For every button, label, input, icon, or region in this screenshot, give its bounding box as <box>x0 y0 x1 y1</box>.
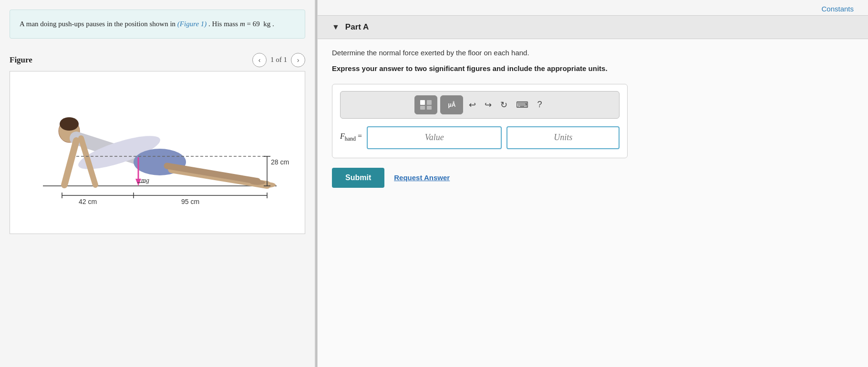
refresh-button[interactable]: ↻ <box>497 98 510 112</box>
action-row: Submit Request Answer <box>332 168 854 188</box>
figure-image-area: mg 28 cm 42 cm 95 cm <box>10 71 305 234</box>
greek-button[interactable]: μÅ <box>440 95 463 114</box>
value-input[interactable] <box>367 126 502 149</box>
f-label: Fhand = <box>340 132 362 143</box>
prev-figure-button[interactable]: ‹ <box>252 53 267 67</box>
svg-rect-30 <box>420 106 425 110</box>
figure-header: Figure ‹ 1 of 1 › <box>10 53 305 71</box>
figure-nav: ‹ 1 of 1 › <box>252 53 305 67</box>
mass-equals: = 69 <box>247 20 260 28</box>
equals-sign: = <box>358 132 362 140</box>
request-answer-link[interactable]: Request Answer <box>394 173 450 182</box>
svg-rect-29 <box>427 100 432 105</box>
input-row: Fhand = <box>340 126 620 149</box>
undo-button[interactable]: ↩ <box>466 98 479 112</box>
right-panel: Constants ▼ Part A Determine the normal … <box>318 0 868 367</box>
constants-bar: Constants <box>318 0 868 15</box>
mass-unit: kg <box>263 20 270 28</box>
constants-link[interactable]: Constants <box>821 5 854 13</box>
svg-rect-28 <box>420 100 425 105</box>
part-arrow-icon[interactable]: ▼ <box>332 23 340 31</box>
help-button[interactable]: ? <box>534 98 545 112</box>
mass-variable: m <box>240 20 245 28</box>
matrix-icon <box>419 99 433 111</box>
svg-point-11 <box>250 180 265 185</box>
answer-box: μÅ ↩ ↪ ↻ ⌨ ? Fhand = <box>332 84 628 158</box>
svg-point-2 <box>60 117 79 131</box>
svg-text:28 cm: 28 cm <box>271 158 289 166</box>
redo-button[interactable]: ↪ <box>482 98 495 112</box>
svg-rect-31 <box>427 106 432 110</box>
part-description: Determine the normal force exerted by th… <box>332 49 854 57</box>
panel-divider <box>315 0 318 367</box>
left-panel: A man doing push-ups pauses in the posit… <box>0 0 315 367</box>
matrix-button[interactable] <box>414 95 437 114</box>
figure-title: Figure <box>10 55 32 65</box>
figure-count: 1 of 1 <box>270 56 287 64</box>
svg-text:mg: mg <box>141 177 149 184</box>
pushup-figure: mg 28 cm 42 cm 95 cm <box>24 81 291 219</box>
submit-button[interactable]: Submit <box>332 168 384 188</box>
part-section: ▼ Part A <box>318 15 868 39</box>
f-variable: F <box>340 132 345 140</box>
svg-line-5 <box>64 141 76 185</box>
problem-text: A man doing push-ups pauses in the posit… <box>20 20 176 28</box>
next-figure-button[interactable]: › <box>291 53 305 67</box>
toolbar: μÅ ↩ ↪ ↻ ⌨ ? <box>340 91 620 119</box>
svg-text:42 cm: 42 cm <box>79 198 97 205</box>
part-title: Part A <box>345 22 369 32</box>
figure-link[interactable]: (Figure 1) <box>177 20 207 28</box>
f-subscript: hand <box>345 136 356 143</box>
part-instruction: Express your answer to two significant f… <box>332 63 854 74</box>
figure-section: Figure ‹ 1 of 1 › <box>10 53 305 234</box>
part-content: Determine the normal force exerted by th… <box>318 39 868 367</box>
units-input[interactable] <box>506 126 620 149</box>
keyboard-button[interactable]: ⌨ <box>513 98 531 112</box>
problem-text2: . His mass <box>208 20 238 28</box>
problem-statement: A man doing push-ups pauses in the posit… <box>10 10 305 39</box>
svg-text:95 cm: 95 cm <box>181 198 199 205</box>
